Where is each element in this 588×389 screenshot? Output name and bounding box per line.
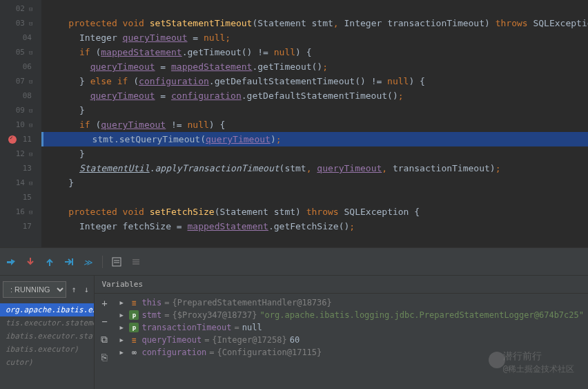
code-token: ; [496,163,501,173]
svg-rect-0 [72,258,73,265]
code-token: != [166,120,187,130]
stack-frame[interactable]: tis.executor.statement) [0,316,94,330]
code-line[interactable]: } [41,103,588,117]
stack-frame[interactable]: ibatis.executor) [0,343,94,356]
code-line[interactable]: StatementUtil.applyTransactionTimeout(st… [41,161,588,175]
debug-toolbar: ≫ [0,248,588,276]
code-token: (Statement stmt) [215,207,306,217]
gutter-line[interactable]: 03⊟ [0,16,41,30]
run-to-cursor-icon[interactable] [63,256,75,267]
gutter-line[interactable]: 06 [0,59,41,74]
gutter-line[interactable]: 10⊟ [0,117,41,132]
expand-icon[interactable]: ▶ [119,349,126,356]
prev-frame-icon[interactable]: ↑ [69,283,79,296]
svg-text:≫: ≫ [84,258,92,267]
stack-frame[interactable]: ibatis.executor.statement) [0,330,94,343]
fold-icon[interactable]: ⊟ [29,20,36,27]
code-line[interactable]: protected void setFetchSize(Statement st… [41,205,588,219]
breakpoint-icon[interactable] [8,135,17,144]
trace-icon[interactable] [130,256,141,267]
code-line[interactable]: } else if (configuration.getDefaultState… [41,74,588,88]
fold-icon[interactable]: ⊟ [29,209,36,216]
gutter-line[interactable]: 14⊟ [0,175,41,190]
line-number: 15 [23,193,32,202]
step-out-icon[interactable] [44,256,55,267]
code-line[interactable]: stmt.setQueryTimeout(queryTimeout); [41,132,588,146]
gutter-line[interactable]: 13 [0,161,41,175]
line-number: 03 [16,19,25,28]
fold-icon[interactable]: ⊟ [29,122,36,129]
variable-equals: = [204,335,209,345]
variable-kind-icon: ≡ [129,298,139,307]
gutter-line[interactable]: 08 [0,88,41,103]
code-line[interactable]: queryTimeout = configuration.getDefaultS… [41,88,588,103]
code-token: ( [133,76,139,86]
gutter-line[interactable]: 02⊟ [0,1,41,16]
code-line[interactable]: if (mappedStatement.getTimeout() != null… [41,45,588,59]
code-token: null [274,47,295,57]
fold-icon[interactable]: ⊟ [29,6,36,12]
expand-icon[interactable]: ▶ [119,312,126,319]
expand-icon[interactable]: ▶ [119,336,126,343]
variable-row[interactable]: ▶≡this = {PreparedStatementHandler@18736… [115,296,588,309]
fold-icon[interactable]: ⊟ [29,49,36,56]
gutter-line[interactable]: 17 [0,219,41,234]
stack-frame[interactable]: cutor) [0,356,94,369]
add-watch-icon[interactable]: + [96,295,112,312]
code-token: ) [271,134,276,144]
drop-frame-icon[interactable]: ≫ [83,256,94,267]
code-token: protected [68,18,122,28]
gutter-line[interactable]: 16⊟ [0,205,41,219]
fold-icon[interactable]: ⊟ [29,107,36,114]
gutter-line[interactable]: 04 [0,30,41,45]
gutter-line[interactable]: 12⊟ [0,146,41,161]
gutter-line[interactable]: 11 [0,132,41,146]
code-token [47,163,79,173]
code-content[interactable]: protected void setStatementTimeout(State… [41,0,588,247]
code-editor[interactable]: 02⊟03⊟0405⊟0607⊟0809⊟10⊟1112⊟1314⊟1516⊟1… [0,0,588,247]
fold-icon[interactable]: ⊟ [29,151,36,158]
code-line[interactable]: Integer queryTimeout = null; [41,30,588,45]
variable-kind-icon: ∞ [129,348,139,357]
code-line[interactable]: queryTimeout = mappedStatement.getTimeou… [41,59,588,74]
code-token: null [188,120,209,130]
code-line[interactable]: protected void setStatementTimeout(State… [41,16,588,30]
remove-watch-icon[interactable]: − [96,313,112,330]
code-line[interactable]: Integer fetchSize = mappedStatement.getF… [41,219,588,234]
code-token: .getDefaultStatementTimeout() [242,91,398,101]
step-over-icon[interactable] [6,256,17,267]
line-number: 07 [16,77,25,86]
code-line[interactable] [41,1,588,16]
variable-row[interactable]: ▶≡queryTimeout = {Integer@17258} 60 [115,334,588,346]
expand-icon[interactable]: ▶ [119,299,126,306]
variable-row[interactable]: ▶pstmt = {$Proxy347@18737} "org.apache.i… [115,309,588,321]
expand-icon[interactable]: ▶ [119,324,126,331]
gutter-line[interactable]: 15 [0,190,41,205]
code-line[interactable]: if (queryTimeout != null) { [41,117,588,132]
fold-icon[interactable]: ⊟ [29,78,36,85]
duplicate-icon[interactable]: ⧉ [96,331,112,348]
code-line[interactable]: } [41,146,588,161]
stack-frame[interactable]: org.apache.ibatis.executor.statement) [0,303,94,316]
next-frame-icon[interactable]: ↓ [81,283,91,296]
line-number: 17 [23,222,32,231]
copy-icon[interactable]: ⎘ [96,349,112,366]
variables-list[interactable]: ▶≡this = {PreparedStatementHandler@18736… [115,294,588,359]
code-token: ) { [295,47,311,57]
code-line[interactable]: } [41,175,588,190]
step-into-icon[interactable] [25,256,36,267]
code-line[interactable] [41,190,588,205]
code-token: = [188,32,204,43]
variable-row[interactable]: ▶ptransactionTimeout = null [115,321,588,334]
variable-kind-icon: ≡ [129,335,139,345]
variable-name: transactionTimeout [141,323,231,332]
gutter-line[interactable]: 07⊟ [0,74,41,88]
gutter-line[interactable]: 09⊟ [0,103,41,117]
gutter-line[interactable]: 05⊟ [0,45,41,59]
evaluate-icon[interactable] [111,256,122,267]
thread-selector[interactable]: : RUNNING [3,281,66,298]
frames-list[interactable]: org.apache.ibatis.executor.statement)tis… [0,303,94,369]
fold-icon[interactable]: ⊟ [29,180,36,187]
code-token: transactionTimeout) [393,163,496,173]
code-token: .getFetchSize() [268,221,349,231]
